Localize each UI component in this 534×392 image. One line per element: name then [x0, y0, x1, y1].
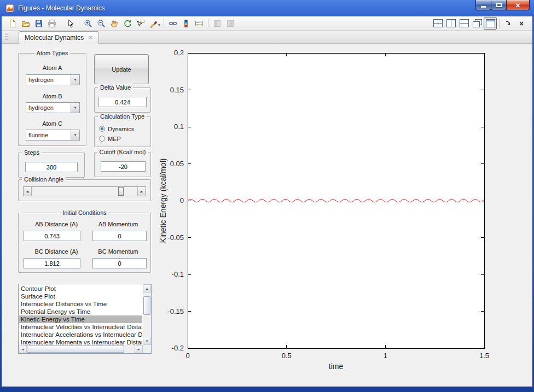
edit-plot-cursor-icon[interactable]: [63, 17, 77, 30]
scroll-up-icon[interactable]: ▲: [143, 284, 151, 292]
toolbar-right-group: ×: [431, 17, 528, 30]
bc-momentum-label: BC Momentum: [89, 248, 148, 255]
zoom-out-icon[interactable]: [95, 17, 108, 30]
brush-dropdown-icon[interactable]: ▾: [158, 23, 160, 27]
ab-distance-input[interactable]: [24, 231, 80, 241]
rotate-3d-icon[interactable]: [121, 17, 134, 30]
tabbar-grip-handle[interactable]: [5, 33, 8, 41]
chevron-down-icon[interactable]: ▼: [71, 130, 79, 140]
data-cursor-icon[interactable]: [134, 17, 147, 30]
list-item[interactable]: Internuclear Distances vs Time: [19, 300, 142, 308]
plot-type-listbox[interactable]: Contour PlotSurface PlotInternuclear Dis…: [18, 284, 152, 354]
bc-momentum-input[interactable]: [92, 258, 147, 268]
initial-conditions-legend: Initial Conditions: [60, 209, 109, 217]
initial-conditions-group: Initial Conditions AB Distance (A) AB Mo…: [18, 213, 151, 273]
tile-columns-icon[interactable]: [444, 17, 457, 30]
close-figures-icon[interactable]: ×: [515, 17, 528, 30]
radio-button-icon: [99, 126, 105, 132]
insert-legend-icon[interactable]: [193, 17, 206, 30]
link-plot-icon[interactable]: [166, 17, 179, 30]
delta-value-group: Delta Value: [94, 87, 151, 113]
list-item[interactable]: Kinetic Energy vs Time: [19, 315, 142, 323]
svg-text:0.05: 0.05: [170, 160, 184, 168]
open-file-icon[interactable]: [19, 17, 32, 30]
scrollbar-corner: [143, 345, 151, 353]
radio-dynamics-label: Dynamics: [108, 126, 134, 132]
list-item[interactable]: Surface Plot: [19, 292, 142, 300]
delta-value-input[interactable]: [98, 97, 147, 107]
undock-icon[interactable]: [502, 17, 515, 30]
svg-text:0: 0: [180, 196, 184, 204]
scroll-down-icon[interactable]: ▼: [143, 337, 151, 345]
atom-b-label: Atom B: [19, 93, 86, 100]
cutoff-input[interactable]: [101, 161, 146, 172]
bc-distance-input[interactable]: [24, 258, 80, 268]
list-item[interactable]: Internuclear Momenta vs Internuclear Dis…: [19, 338, 142, 344]
atom-a-label: Atom A: [19, 65, 86, 71]
scroll-right-icon[interactable]: ►: [135, 345, 143, 353]
atom-b-dropdown[interactable]: hydrogen ▼: [26, 102, 80, 113]
atom-a-dropdown[interactable]: hydrogen ▼: [26, 74, 80, 85]
list-item[interactable]: Internuclear Accelerations vs Internucle…: [19, 331, 142, 338]
hscroll-thumb[interactable]: [27, 346, 124, 353]
tab-label: Molecular Dynamics: [25, 34, 84, 42]
chevron-down-icon[interactable]: ▼: [71, 103, 79, 113]
new-figure-icon[interactable]: [6, 17, 19, 30]
radio-mep-label: MEP: [108, 136, 121, 142]
toolbar-separator: [79, 19, 79, 28]
tile-rows-icon[interactable]: [457, 17, 471, 30]
slider-track[interactable]: [32, 187, 137, 196]
svg-text:0: 0: [185, 352, 189, 360]
tab-molecular-dynamics[interactable]: Molecular Dynamics ×: [19, 31, 99, 44]
svg-text:time: time: [329, 362, 344, 371]
horizontal-scrollbar[interactable]: ◄ ►: [19, 345, 143, 353]
scroll-left-icon[interactable]: ◄: [19, 345, 27, 353]
toolbar-separator: [499, 19, 500, 28]
list-item[interactable]: Internuclear Velocities vs Internuclear …: [19, 323, 142, 331]
vertical-scrollbar[interactable]: ▲ ▼: [143, 284, 151, 345]
atom-c-dropdown[interactable]: fluorine ▼: [26, 130, 80, 141]
matlab-logo-icon: [5, 4, 14, 13]
steps-legend: Steps: [22, 149, 42, 156]
ab-momentum-input[interactable]: [92, 231, 147, 241]
minimize-button[interactable]: [475, 0, 491, 10]
ab-distance-label: AB Distance (A): [24, 221, 89, 227]
titlebar[interactable]: Figures - Molecular Dynamics ×: [0, 0, 534, 16]
slider-right-arrow-icon[interactable]: ►: [137, 187, 146, 196]
figure-window: Figures - Molecular Dynamics × ▾: [0, 0, 534, 392]
figure-content: Atom Types Atom A hydrogen ▼ Atom B hydr…: [2, 44, 532, 387]
collision-angle-slider[interactable]: ◄ ►: [23, 186, 146, 196]
plot-area[interactable]: 00.511.5-0.2-0.15-0.1-0.0500.050.10.150.…: [159, 44, 512, 387]
collision-angle-group: Collision Angle ◄ ►: [18, 179, 151, 201]
list-item[interactable]: Contour Plot: [19, 285, 142, 292]
tile-grid-icon[interactable]: [431, 17, 444, 30]
update-button[interactable]: Update: [94, 54, 149, 84]
kinetic-energy-plot[interactable]: 00.511.5-0.2-0.15-0.1-0.0500.050.10.150.…: [159, 44, 512, 387]
svg-text:-0.05: -0.05: [167, 233, 184, 242]
insert-colorbar-icon[interactable]: [179, 17, 193, 30]
toolbar-separator: [208, 19, 208, 28]
print-figure-icon[interactable]: [45, 17, 59, 30]
steps-input[interactable]: [25, 162, 78, 172]
hide-plot-tools-icon[interactable]: [211, 17, 224, 30]
list-item[interactable]: Potential Energy vs Time: [19, 308, 142, 315]
vscroll-thumb[interactable]: [143, 296, 150, 315]
figure-toolbar: ▾ ×: [2, 16, 532, 31]
slider-thumb[interactable]: [118, 187, 124, 196]
tab-bar: Molecular Dynamics ×: [2, 31, 532, 44]
zoom-in-icon[interactable]: [82, 17, 95, 30]
close-button[interactable]: ×: [506, 0, 530, 10]
float-windows-icon[interactable]: [471, 17, 484, 30]
tab-close-icon[interactable]: ×: [89, 34, 93, 41]
pan-hand-icon[interactable]: [108, 17, 121, 30]
maximize-layout-icon[interactable]: [484, 17, 497, 30]
radio-dynamics[interactable]: Dynamics: [99, 125, 134, 133]
chevron-down-icon[interactable]: ▼: [71, 75, 79, 85]
show-plot-tools-icon[interactable]: [224, 17, 237, 30]
atom-b-value: hydrogen: [26, 104, 71, 111]
save-figure-icon[interactable]: [32, 17, 45, 30]
maximize-button[interactable]: [491, 0, 507, 10]
slider-left-arrow-icon[interactable]: ◄: [24, 187, 32, 196]
radio-mep[interactable]: MEP: [99, 134, 121, 143]
window-controls: ×: [476, 0, 530, 10]
